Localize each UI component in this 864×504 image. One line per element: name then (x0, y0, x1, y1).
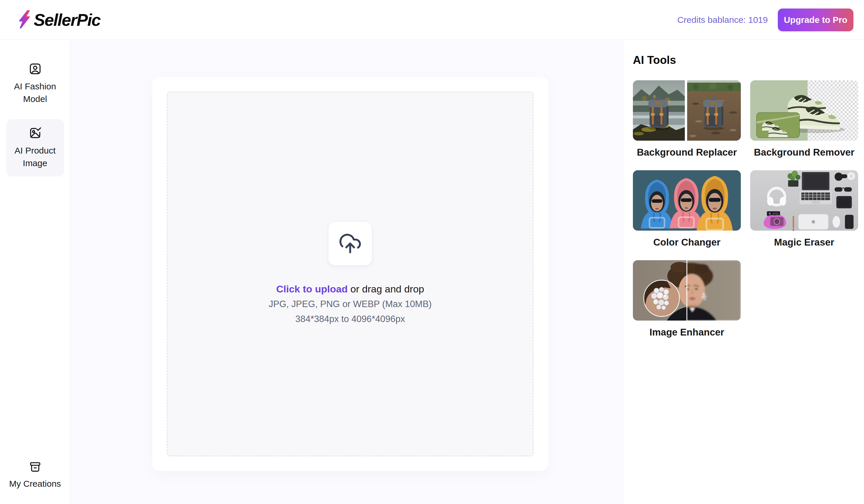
brand-name: SellerPic (34, 10, 100, 29)
sidebar-item-ai-fashion-model[interactable]: AI Fashion Model (7, 55, 64, 112)
tool-card-background-replacer[interactable]: Background Replacer (633, 80, 741, 158)
upload-dropzone[interactable]: Click to upload or drag and drop JPG, JP… (167, 92, 533, 456)
tool-card-color-changer[interactable]: Color Changer (633, 170, 741, 248)
my-creations-archive-icon (29, 461, 41, 473)
color-changer-thumbnail (633, 170, 741, 231)
header-right: Credits bablance: 1019 Upgrade to Pro (677, 9, 853, 32)
upload-card: Click to upload or drag and drop JPG, JP… (152, 77, 548, 471)
upload-formats-text: JPG, JPEG, PNG or WEBP (Max 10MB) (269, 296, 432, 311)
logo[interactable]: SellerPic (17, 10, 100, 29)
tool-label: Background Replacer (633, 147, 741, 158)
sidebar-item-my-creations[interactable]: My Creations (9, 461, 61, 504)
sidebar-item-ai-product-image[interactable]: AI Product Image (7, 119, 64, 176)
body: AI Fashion Model AI Product Image My Cre… (0, 40, 864, 504)
tool-label: Image Enhancer (633, 327, 741, 338)
drag-drop-text: or drag and drop (350, 283, 424, 295)
page: SellerPic Credits bablance: 1019 Upgrade… (0, 0, 864, 504)
sidebar-item-label: AI Fashion Model (9, 80, 61, 105)
click-to-upload-link[interactable]: Click to upload (276, 283, 348, 295)
main-content: Click to upload or drag and drop JPG, JP… (70, 40, 624, 504)
ai-tools-panel: AI Tools (624, 40, 864, 504)
upload-tile (328, 222, 372, 266)
fashion-model-icon (29, 62, 41, 75)
ai-tools-title: AI Tools (633, 54, 858, 66)
header: SellerPic Credits bablance: 1019 Upgrade… (0, 0, 864, 40)
magic-eraser-thumbnail (750, 170, 858, 231)
upload-size-range-text: 384*384px to 4096*4096px (295, 311, 405, 327)
tool-label: Magic Eraser (750, 236, 858, 248)
background-remover-thumbnail (750, 80, 858, 141)
background-replacer-thumbnail (633, 80, 741, 141)
tool-card-image-enhancer[interactable]: Image Enhancer (633, 260, 741, 338)
upgrade-to-pro-button[interactable]: Upgrade to Pro (778, 9, 853, 32)
product-image-icon (29, 126, 41, 139)
logo-bolt-icon (17, 10, 29, 29)
upload-instruction: Click to upload or drag and drop (276, 281, 424, 296)
tool-label: Color Changer (633, 236, 741, 248)
ai-tools-grid: Background Replacer (633, 80, 858, 350)
sidebar-item-label: AI Product Image (9, 144, 61, 169)
sidebar: AI Fashion Model AI Product Image My Cre… (0, 40, 70, 504)
tool-card-magic-eraser[interactable]: Magic Eraser (750, 170, 858, 248)
sidebar-item-label: My Creations (9, 477, 61, 490)
tool-label: Background Remover (750, 147, 858, 158)
cloud-upload-icon (338, 232, 362, 255)
tool-card-background-remover[interactable]: Background Remover (750, 80, 858, 158)
image-enhancer-thumbnail (633, 260, 741, 321)
credits-balance: Credits bablance: 1019 (677, 15, 768, 25)
